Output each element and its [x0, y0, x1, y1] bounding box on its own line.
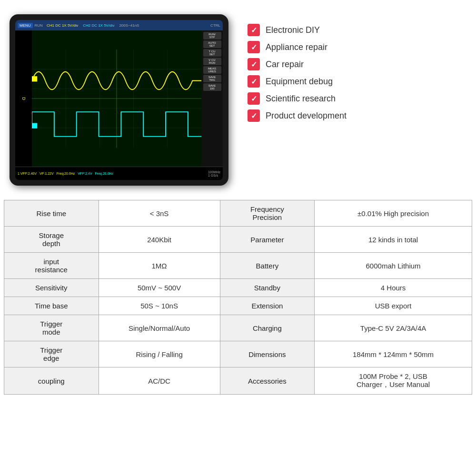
spec-right-label: Extension	[220, 297, 315, 315]
spec-right-label: Dimensions	[220, 341, 315, 367]
spec-right-label: Accessories	[220, 367, 315, 395]
spec-label: Sensitivity	[4, 279, 99, 297]
spec-value: < 3nS	[99, 200, 220, 227]
spec-value: 240Kbit	[99, 227, 220, 253]
spec-label: Trigger mode	[4, 315, 99, 341]
table-row: Time base50S ~ 10nSExtensionUSB export	[4, 297, 472, 315]
svg-rect-11	[32, 123, 37, 129]
spec-label: coupling	[4, 367, 99, 395]
spec-right-label: Parameter	[220, 227, 315, 253]
checkmark-icon	[248, 92, 260, 105]
feature-label: Appliance repair	[266, 42, 327, 52]
features-panel: Electronic DIYAppliance repairCar repair…	[238, 10, 471, 195]
table-row: Storage depth240KbitParameter12 kinds in…	[4, 227, 472, 253]
oscilloscope-image: MENU RUN CH1 DC 1X 5V/div CH2 DC 1X 5V/d…	[5, 10, 233, 190]
spec-right-value: 6000mah Lithium	[315, 253, 472, 279]
feature-label: Equipment debug	[266, 77, 333, 87]
spec-right-label: Standby	[220, 279, 315, 297]
feature-label: Product development	[266, 111, 347, 121]
svg-rect-10	[32, 76, 37, 81]
features-list: Electronic DIYAppliance repairCar repair…	[248, 24, 462, 122]
feature-item: Scientific research	[248, 92, 462, 105]
spec-label: Trigger edge	[4, 341, 99, 367]
feature-item: Appliance repair	[248, 41, 462, 53]
feature-item: Car repair	[248, 58, 462, 70]
spec-right-value: USB export	[315, 297, 472, 315]
checkmark-icon	[248, 24, 260, 36]
table-row: Sensitivity50mV ~ 500VStandby4 Hours	[4, 279, 472, 297]
feature-item: Electronic DIY	[248, 24, 462, 36]
spec-right-value: 4 Hours	[315, 279, 472, 297]
spec-value: 50mV ~ 500V	[99, 279, 220, 297]
spec-right-label: Frequency Precision	[220, 200, 315, 227]
spec-value: 1MΩ	[99, 253, 220, 279]
spec-right-value: Type-C 5V 2A/3A/4A	[315, 315, 472, 341]
spec-right-value: 12 kinds in total	[315, 227, 472, 253]
checkmark-icon	[248, 109, 260, 122]
table-row: Trigger edgeRising / FallingDimensions18…	[4, 341, 472, 367]
spec-label: Time base	[4, 297, 99, 315]
spec-right-value: 100M Probe * 2, USB Charger，User Manual	[315, 367, 472, 395]
checkmark-icon	[248, 41, 260, 53]
specs-section: Rise time< 3nSFrequency Precision±0.01% …	[0, 200, 476, 398]
table-row: Trigger modeSingle/Normal/AutoChargingTy…	[4, 315, 472, 341]
feature-item: Product development	[248, 109, 462, 122]
feature-item: Equipment debug	[248, 75, 462, 88]
feature-label: Electronic DIY	[266, 25, 320, 35]
spec-label: Rise time	[4, 200, 99, 227]
checkmark-icon	[248, 58, 260, 70]
spec-label: input resistance	[4, 253, 99, 279]
spec-value: Single/Normal/Auto	[99, 315, 220, 341]
spec-value: 50S ~ 10nS	[99, 297, 220, 315]
spec-right-value: 184mm * 124mm * 50mm	[315, 341, 472, 367]
specs-table: Rise time< 3nSFrequency Precision±0.01% …	[4, 200, 472, 395]
feature-label: Scientific research	[266, 94, 336, 104]
spec-value: AC/DC	[99, 367, 220, 395]
table-row: couplingAC/DCAccessories100M Probe * 2, …	[4, 367, 472, 395]
spec-label: Storage depth	[4, 227, 99, 253]
spec-value: Rising / Falling	[99, 341, 220, 367]
spec-right-label: Charging	[220, 315, 315, 341]
spec-right-label: Battery	[220, 253, 315, 279]
checkmark-icon	[248, 75, 260, 88]
feature-label: Car repair	[266, 60, 304, 69]
table-row: Rise time< 3nSFrequency Precision±0.01% …	[4, 200, 472, 227]
table-row: input resistance1MΩBattery6000mah Lithiu…	[4, 253, 472, 279]
spec-right-value: ±0.01% High precision	[315, 200, 472, 227]
